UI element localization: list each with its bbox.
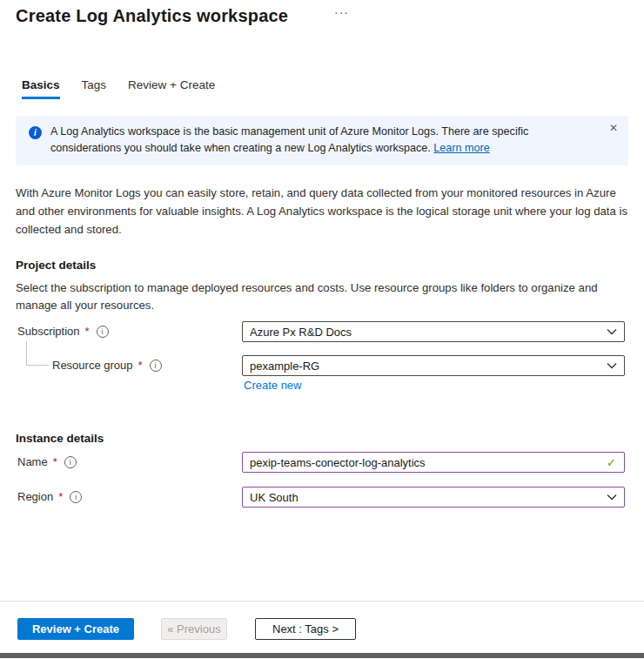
create-new-link[interactable]: Create new	[244, 379, 301, 392]
previous-button: « Previous	[161, 618, 227, 640]
more-options-icon[interactable]: ···	[334, 5, 349, 19]
instance-details-heading: Instance details	[16, 432, 104, 445]
chevron-down-icon	[607, 328, 617, 335]
wizard-tabs: Basics Tags Review + Create	[22, 77, 215, 99]
name-info-icon[interactable]: i	[64, 456, 77, 468]
required-asterisk: *	[58, 490, 63, 503]
required-asterisk: *	[53, 455, 57, 468]
chevron-down-icon	[607, 362, 617, 369]
chevron-down-icon	[607, 494, 617, 501]
info-icon: i	[29, 126, 42, 139]
name-input[interactable]	[242, 452, 625, 473]
review-create-button[interactable]: Review + Create	[17, 618, 134, 640]
subscription-label-text: Subscription	[17, 325, 80, 338]
tab-basics[interactable]: Basics	[22, 77, 60, 99]
next-tags-button[interactable]: Next : Tags >	[255, 618, 356, 640]
resource-group-value: pexample-RG	[250, 360, 607, 373]
create-log-analytics-workspace-page: Create Log Analytics workspace ··· Basic…	[0, 0, 644, 659]
page-title: Create Log Analytics workspace	[16, 6, 288, 26]
resource-group-label-text: Resource group	[52, 359, 133, 372]
bottom-bar	[0, 653, 644, 658]
info-banner: i A Log Analytics workspace is the basic…	[16, 116, 628, 165]
resource-group-label: Resource group*i	[52, 359, 162, 372]
region-dropdown[interactable]: UK South	[242, 487, 625, 508]
close-icon[interactable]: ✕	[609, 123, 618, 133]
name-label-text: Name	[17, 455, 48, 468]
tab-tags[interactable]: Tags	[82, 77, 107, 99]
subscription-dropdown[interactable]: Azure Px R&D Docs	[242, 321, 625, 342]
footer-divider	[0, 601, 644, 602]
subscription-info-icon[interactable]: i	[97, 326, 109, 338]
resource-group-tree-connector	[26, 341, 49, 366]
subscription-value: Azure Px R&D Docs	[250, 326, 607, 339]
required-asterisk: *	[85, 325, 90, 338]
region-label: Region*i	[17, 490, 82, 503]
required-asterisk: *	[138, 359, 143, 372]
region-value: UK South	[250, 491, 607, 504]
subscription-label: Subscription*i	[17, 325, 109, 338]
valid-check-icon: ✓	[607, 456, 616, 469]
region-label-text: Region	[17, 490, 53, 503]
region-info-icon[interactable]: i	[70, 491, 82, 503]
tab-review-create[interactable]: Review + Create	[128, 77, 215, 99]
project-details-heading: Project details	[16, 259, 96, 272]
info-banner-text: A Log Analytics workspace is the basic m…	[50, 124, 597, 157]
name-label: Name*i	[17, 455, 77, 468]
resource-group-info-icon[interactable]: i	[150, 360, 162, 372]
project-details-description: Select the subscription to manage deploy…	[16, 279, 618, 315]
learn-more-link[interactable]: Learn more	[433, 142, 489, 154]
resource-group-dropdown[interactable]: pexample-RG	[242, 355, 625, 376]
intro-paragraph: With Azure Monitor Logs you can easily s…	[16, 185, 630, 239]
